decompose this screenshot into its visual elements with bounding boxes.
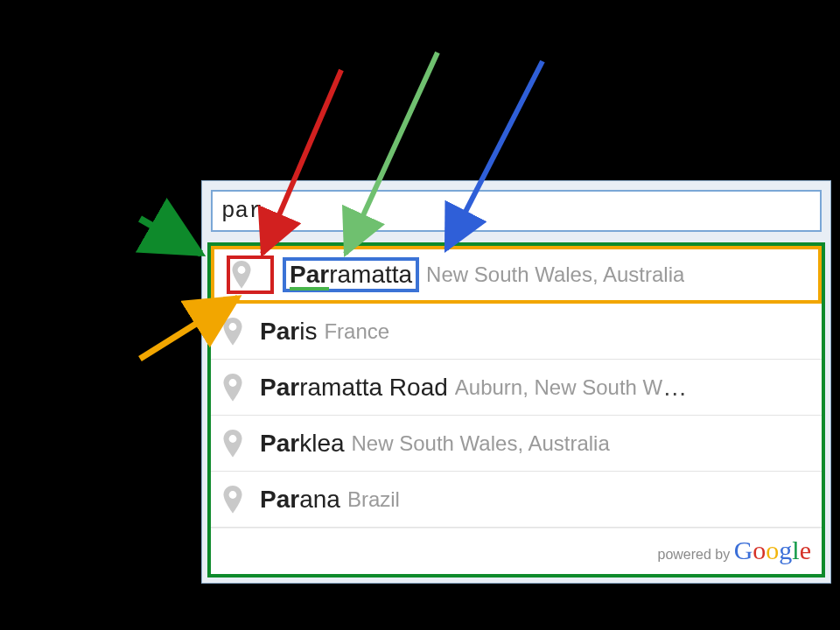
google-logo: Google xyxy=(734,536,811,564)
suggestion-main-rest: is xyxy=(299,318,317,346)
suggestion-secondary: France xyxy=(324,319,389,344)
map-pin-icon xyxy=(232,261,251,289)
query-match-underline: Par xyxy=(290,262,329,290)
suggestion-item[interactable]: Parramatta Road Auburn, New South W … xyxy=(211,360,822,416)
suggestion-secondary: Auburn, New South W xyxy=(455,375,662,400)
svg-point-2 xyxy=(229,379,237,387)
suggestion-item[interactable]: Parklea New South Wales, Australia xyxy=(211,416,822,472)
attribution-prefix: powered by xyxy=(657,547,733,562)
suggestion-secondary: Brazil xyxy=(347,487,400,512)
suggestion-secondary: New South Wales, Australia xyxy=(426,262,684,287)
search-input[interactable] xyxy=(211,190,822,232)
suggestion-main-rest: ramatta Road xyxy=(299,374,448,402)
suggestion-item[interactable]: Paris France xyxy=(211,304,822,360)
svg-point-0 xyxy=(238,266,246,274)
google-logo-letter: o xyxy=(766,536,779,564)
suggestion-main-rest: ana xyxy=(299,486,340,514)
svg-point-3 xyxy=(229,435,237,443)
suggestion-main-rest: ramatta xyxy=(329,261,412,289)
matched-term-highlight: Parramatta xyxy=(283,257,419,292)
suggestion-item[interactable]: Parramatta New South Wales, Australia xyxy=(211,246,822,304)
suggestion-main-prefix: Par xyxy=(260,486,299,514)
suggestion-item[interactable]: Parana Brazil xyxy=(211,472,822,528)
suggestion-icon-highlight xyxy=(227,256,274,294)
suggestion-main-prefix: Par xyxy=(260,430,299,458)
google-logo-letter: e xyxy=(800,536,811,564)
google-logo-letter: l xyxy=(792,536,799,564)
google-logo-letter: o xyxy=(752,536,766,564)
suggestion-main-prefix: Par xyxy=(260,374,299,402)
map-pin-icon xyxy=(223,374,242,402)
attribution-footer: powered by Google xyxy=(211,528,822,574)
map-pin-icon xyxy=(223,318,242,346)
suggestion-main-prefix: Par xyxy=(260,318,299,346)
svg-point-1 xyxy=(229,323,237,331)
svg-point-4 xyxy=(229,491,237,499)
autocomplete-panel: Parramatta New South Wales, Australia Pa… xyxy=(201,180,831,584)
overflow-ellipsis: … xyxy=(662,374,687,402)
suggestion-secondary: New South Wales, Australia xyxy=(352,431,610,456)
map-pin-icon xyxy=(223,486,242,514)
suggestion-main-rest: klea xyxy=(299,430,344,458)
map-pin-icon xyxy=(223,430,242,458)
google-logo-letter: g xyxy=(779,536,792,564)
suggestions-list: Parramatta New South Wales, Australia Pa… xyxy=(211,246,822,574)
google-logo-letter: G xyxy=(734,536,753,564)
suggestions-container-highlight: Parramatta New South Wales, Australia Pa… xyxy=(207,242,825,578)
annotation-arrow-darkgreen xyxy=(140,219,201,254)
search-field-wrap xyxy=(207,186,825,242)
